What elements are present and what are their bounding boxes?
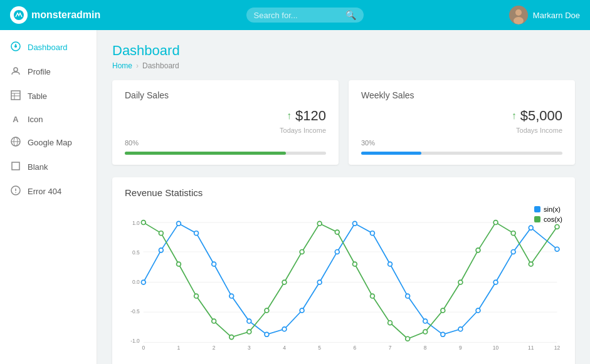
svg-point-78 bbox=[371, 294, 375, 298]
svg-point-66 bbox=[159, 231, 163, 236]
svg-text:4: 4 bbox=[283, 345, 286, 351]
daily-sales-amount: $120 bbox=[295, 108, 326, 124]
main-layout: Dashboard Profile Table A Icon Google Ma… bbox=[0, 30, 590, 364]
user-info: Markarn Doe bbox=[509, 6, 580, 24]
map-icon bbox=[10, 137, 21, 148]
svg-point-70 bbox=[229, 335, 234, 340]
icon-icon: A bbox=[10, 115, 21, 124]
sidebar-item-error404[interactable]: Error 404 bbox=[0, 179, 97, 204]
breadcrumb: Home › Dashboard bbox=[112, 61, 575, 70]
legend-cos: cos(x) bbox=[534, 216, 562, 223]
sidebar-label-profile: Profile bbox=[28, 67, 51, 76]
svg-text:2: 2 bbox=[213, 345, 216, 351]
svg-point-84 bbox=[476, 248, 480, 252]
svg-text:11: 11 bbox=[528, 345, 534, 351]
svg-point-58 bbox=[441, 332, 445, 336]
legend-cos-label: cos(x) bbox=[544, 216, 562, 223]
legend-sin: sin(x) bbox=[534, 205, 562, 213]
svg-point-86 bbox=[511, 231, 515, 236]
sidebar-label-dashboard: Dashboard bbox=[28, 43, 68, 52]
daily-sales-amount-row: ↑ $120 bbox=[125, 108, 326, 124]
svg-text:-1.0: -1.0 bbox=[130, 338, 140, 344]
daily-sales-label: Todays Income bbox=[125, 127, 326, 134]
svg-point-69 bbox=[212, 319, 216, 323]
sidebar-item-profile[interactable]: Profile bbox=[0, 60, 97, 84]
svg-point-62 bbox=[511, 250, 515, 254]
table-icon bbox=[10, 90, 21, 102]
sidebar-label-blank: Blank bbox=[28, 162, 48, 172]
legend-sin-dot bbox=[534, 206, 540, 212]
svg-text:6: 6 bbox=[354, 345, 357, 351]
chart-title: Revenue Statistics bbox=[125, 187, 562, 198]
search-input[interactable] bbox=[254, 11, 342, 20]
weekly-sales-card: Weekly Sales ↑ $5,000 Todays Income 30% bbox=[349, 80, 575, 165]
sidebar-item-google-map[interactable]: Google Map bbox=[0, 130, 97, 155]
svg-point-3 bbox=[514, 17, 524, 24]
weekly-sales-label: Todays Income bbox=[361, 127, 562, 134]
svg-rect-14 bbox=[12, 162, 19, 170]
brand-icon bbox=[10, 6, 28, 24]
search-box[interactable]: 🔍 bbox=[246, 8, 364, 23]
weekly-sales-progress-bar bbox=[361, 152, 562, 155]
weekly-sales-progress-fill bbox=[361, 152, 421, 155]
daily-sales-title: Daily Sales bbox=[125, 90, 326, 100]
cards-row: Daily Sales ↑ $120 Todays Income 80% Wee… bbox=[112, 80, 575, 165]
svg-text:8: 8 bbox=[424, 345, 427, 351]
svg-point-83 bbox=[458, 280, 463, 284]
svg-point-71 bbox=[247, 330, 251, 334]
weekly-sales-up-icon: ↑ bbox=[512, 110, 517, 122]
error-icon bbox=[10, 185, 21, 197]
svg-text:-0.5: -0.5 bbox=[130, 308, 140, 315]
svg-point-88 bbox=[555, 225, 559, 229]
svg-text:0.5: 0.5 bbox=[132, 249, 140, 256]
sidebar-item-blank[interactable]: Blank bbox=[0, 155, 97, 179]
svg-point-41 bbox=[141, 280, 145, 284]
svg-point-65 bbox=[141, 221, 145, 225]
daily-sales-progress-fill bbox=[125, 152, 286, 155]
svg-point-73 bbox=[282, 280, 287, 284]
page-title: Dashboard bbox=[112, 43, 575, 59]
sidebar-item-dashboard[interactable]: Dashboard bbox=[0, 35, 97, 60]
user-name: Markarn Doe bbox=[533, 11, 580, 20]
svg-point-53 bbox=[352, 221, 357, 226]
svg-point-74 bbox=[300, 250, 304, 254]
daily-sales-progress-label: 80% bbox=[125, 139, 326, 147]
weekly-sales-amount: $5,000 bbox=[520, 108, 562, 124]
svg-point-76 bbox=[335, 230, 339, 234]
svg-point-47 bbox=[247, 319, 251, 323]
sidebar-item-icon[interactable]: A Icon bbox=[0, 108, 97, 130]
svg-point-61 bbox=[493, 280, 498, 284]
top-navigation: monsteradmin 🔍 Markarn Doe bbox=[0, 0, 590, 30]
svg-point-87 bbox=[529, 262, 533, 266]
sidebar-label-error404: Error 404 bbox=[28, 187, 61, 196]
brand-name: monsteradmin bbox=[31, 9, 100, 21]
sidebar-label-table: Table bbox=[28, 91, 47, 101]
svg-text:1.0: 1.0 bbox=[132, 220, 140, 226]
svg-point-68 bbox=[194, 294, 199, 298]
daily-sales-card: Daily Sales ↑ $120 Todays Income 80% bbox=[112, 80, 339, 165]
svg-point-45 bbox=[212, 262, 216, 266]
svg-point-77 bbox=[352, 262, 357, 266]
weekly-sales-progress-label: 30% bbox=[361, 139, 562, 147]
svg-text:12: 12 bbox=[554, 345, 561, 351]
weekly-sales-title: Weekly Sales bbox=[361, 90, 562, 100]
svg-point-82 bbox=[441, 308, 445, 313]
svg-text:10: 10 bbox=[493, 345, 499, 351]
svg-point-42 bbox=[159, 248, 163, 252]
svg-point-64 bbox=[555, 247, 559, 251]
svg-point-52 bbox=[335, 250, 339, 254]
blank-icon bbox=[10, 161, 21, 173]
svg-point-43 bbox=[177, 221, 181, 226]
avatar bbox=[509, 6, 528, 24]
search-icon: 🔍 bbox=[345, 10, 356, 20]
svg-text:5: 5 bbox=[318, 345, 321, 351]
svg-text:7: 7 bbox=[389, 345, 392, 351]
svg-point-81 bbox=[423, 330, 428, 334]
svg-point-63 bbox=[529, 226, 533, 230]
sidebar-label-google-map: Google Map bbox=[28, 138, 72, 147]
chart-area: sin(x) cos(x) 1.0 0.5 0.0 -0.5 -1.0 bbox=[125, 205, 562, 364]
svg-text:1: 1 bbox=[177, 345, 181, 351]
sidebar-item-table[interactable]: Table bbox=[0, 84, 97, 108]
svg-text:3: 3 bbox=[248, 345, 251, 351]
breadcrumb-home[interactable]: Home bbox=[112, 61, 132, 70]
